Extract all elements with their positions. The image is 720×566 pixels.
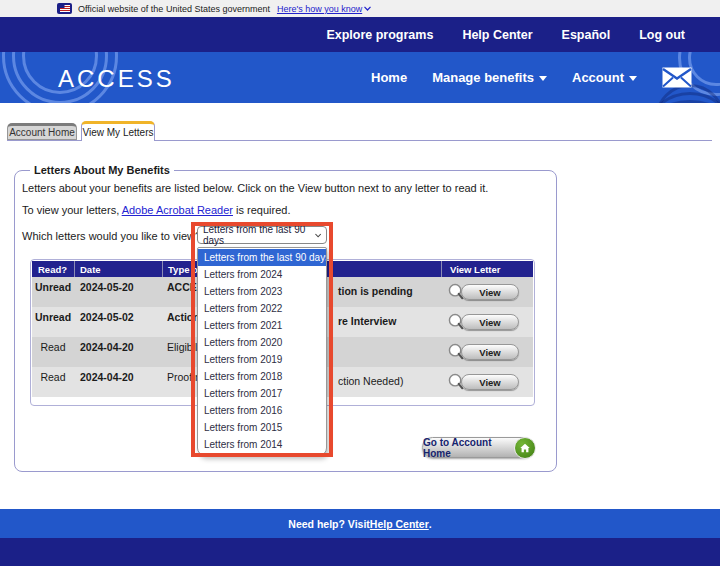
header-date: Date: [74, 261, 162, 277]
nav-explore-programs[interactable]: Explore programs: [326, 28, 433, 42]
dropdown-option[interactable]: Letters from 2019: [198, 351, 326, 368]
dropdown-option[interactable]: Letters from 2024: [198, 266, 326, 283]
read-status: Read: [32, 337, 74, 367]
dropdown-option[interactable]: Letters from 2022: [198, 300, 326, 317]
letter-date: 2024-04-20: [74, 367, 162, 397]
view-button[interactable]: View: [447, 313, 519, 331]
view-button[interactable]: View: [447, 283, 519, 301]
chevron-down-icon: [539, 76, 547, 81]
letter-date: 2024-04-20: [74, 337, 162, 367]
view-button[interactable]: View: [447, 343, 519, 361]
dropdown-option[interactable]: Letters from 2014: [198, 436, 326, 453]
go-to-account-home-button[interactable]: Go to Account Home: [422, 437, 534, 458]
nav-manage-benefits[interactable]: Manage benefits: [432, 70, 547, 85]
tab-view-my-letters[interactable]: View My Letters: [81, 121, 155, 141]
dropdown-option[interactable]: Letters from the last 90 days: [198, 249, 326, 266]
acrobat-text: To view your letters, Adobe Acrobat Read…: [22, 204, 290, 216]
messages-envelope-icon[interactable]: [662, 67, 692, 88]
letters-filter-dropdown: Letters from the last 90 days Letters fr…: [197, 247, 327, 456]
header-read: Read?: [32, 261, 74, 277]
footer-bottom-bar: [0, 538, 720, 566]
us-flag-icon: [57, 3, 72, 14]
page: Official website of the United States go…: [0, 0, 720, 566]
footer-help-center-link[interactable]: Help Center: [370, 518, 429, 530]
footer-help-bar: Need help? Visit Help Center.: [0, 509, 720, 538]
nav-account[interactable]: Account: [572, 70, 637, 85]
nav-espanol[interactable]: Español: [562, 28, 611, 42]
dropdown-option[interactable]: Letters from 2023: [198, 283, 326, 300]
letter-date: 2024-05-20: [74, 277, 162, 307]
primary-nav: ACCESS Home Manage benefits Account: [0, 52, 720, 103]
view-button[interactable]: View: [447, 373, 519, 391]
access-logo[interactable]: ACCESS: [58, 65, 175, 93]
letter-type-fragment: tion is pending: [338, 281, 413, 297]
panel-legend: Letters About My Benefits: [30, 164, 174, 176]
adobe-acrobat-link[interactable]: Adobe Acrobat Reader: [122, 204, 233, 216]
nav-home[interactable]: Home: [371, 70, 407, 85]
read-status: Unread: [32, 307, 74, 337]
dropdown-option[interactable]: Letters from 2018: [198, 368, 326, 385]
chevron-down-icon: [629, 76, 637, 81]
dropdown-option[interactable]: Letters from 2015: [198, 419, 326, 436]
dropdown-option[interactable]: Letters from 2017: [198, 385, 326, 402]
letter-date: 2024-05-02: [74, 307, 162, 337]
banner-how-link[interactable]: Here's how you know: [277, 4, 371, 14]
chevron-down-icon: [315, 233, 321, 238]
read-status: Unread: [32, 277, 74, 307]
header-view-letter: View Letter: [441, 261, 533, 277]
chevron-down-icon: [364, 6, 371, 11]
letters-filter-select[interactable]: Letters from the last 90 days: [197, 226, 327, 244]
read-status: Read: [32, 367, 74, 397]
dropdown-option[interactable]: Letters from 2016: [198, 402, 326, 419]
letter-type-fragment: ction Needed): [338, 371, 403, 387]
utility-nav: Explore programs Help Center Español Log…: [0, 17, 720, 52]
banner-official-text: Official website of the United States go…: [78, 4, 270, 14]
filter-question: Which letters would you like to view?: [22, 230, 201, 242]
nav-log-out[interactable]: Log out: [639, 28, 685, 42]
home-icon: [514, 437, 536, 459]
letter-type-fragment: re Interview: [338, 311, 396, 327]
nav-help-center[interactable]: Help Center: [462, 28, 532, 42]
dropdown-option[interactable]: Letters from 2020: [198, 334, 326, 351]
intro-text: Letters about your benefits are listed b…: [22, 182, 488, 194]
gov-banner: Official website of the United States go…: [0, 0, 720, 17]
dropdown-option[interactable]: Letters from 2021: [198, 317, 326, 334]
tab-account-home[interactable]: Account Home: [7, 123, 77, 140]
